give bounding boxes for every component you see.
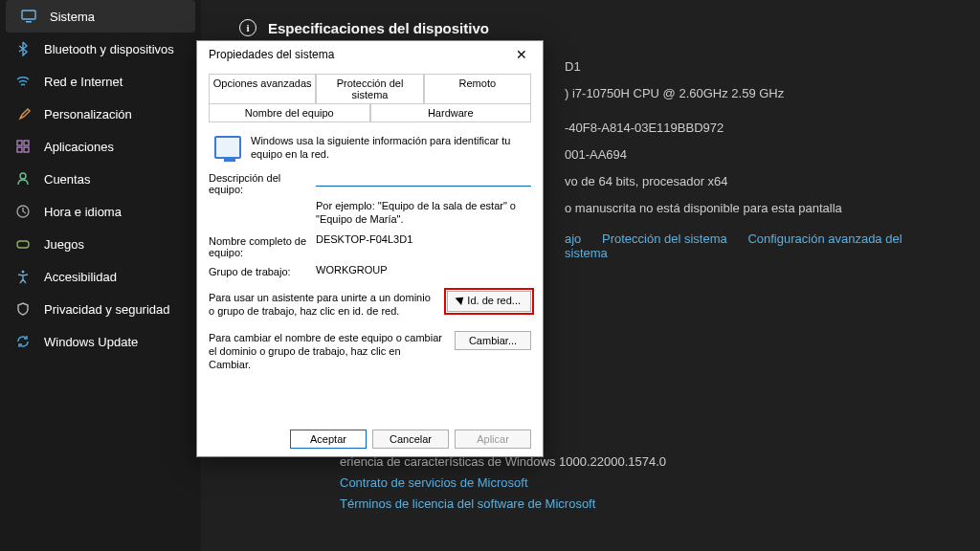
sidebar-label: Bluetooth y dispositivos xyxy=(44,42,174,56)
game-icon xyxy=(15,236,31,252)
change-text: Para cambiar el nombre de este equipo o … xyxy=(209,331,445,371)
intro-text: Windows usa la siguiente información par… xyxy=(251,134,531,161)
accessibility-icon xyxy=(15,269,31,284)
svg-rect-3 xyxy=(24,141,29,145)
wifi-icon xyxy=(15,74,31,89)
spec-product: 001-AA694 xyxy=(565,142,942,168)
link-contrato[interactable]: Contrato de servicios de Microsoft xyxy=(340,473,942,494)
svg-rect-4 xyxy=(17,147,22,152)
cancel-button[interactable]: Cancelar xyxy=(372,430,449,449)
link-ajo[interactable]: ajo xyxy=(565,231,581,246)
settings-sidebar: Sistema Bluetooth y dispositivos Red e I… xyxy=(0,0,201,551)
sidebar-item-update[interactable]: Windows Update xyxy=(0,325,201,358)
sidebar-label: Accesibilidad xyxy=(44,270,117,284)
apps-icon xyxy=(15,139,31,154)
dialog-titlebar: Propiedades del sistema ✕ xyxy=(197,41,543,68)
clock-icon xyxy=(15,204,31,219)
system-properties-dialog: Propiedades del sistema ✕ Opciones avanz… xyxy=(196,40,544,457)
spec-uuid: -40F8-A814-03E119BBD972 xyxy=(565,115,942,142)
wizard-text: Para usar un asistente para unirte a un … xyxy=(209,291,437,318)
apply-button[interactable]: Aplicar xyxy=(455,430,531,449)
computer-icon xyxy=(214,136,241,159)
svg-rect-2 xyxy=(17,141,22,145)
workgroup-value: WORKGROUP xyxy=(316,264,531,276)
section-title: Especificaciones del dispositivo xyxy=(268,20,489,36)
tab-proteccion[interactable]: Protección del sistema xyxy=(316,74,423,104)
sidebar-label: Windows Update xyxy=(44,335,138,349)
sidebar-item-bluetooth[interactable]: Bluetooth y dispositivos xyxy=(0,33,201,65)
dialog-title: Propiedades del sistema xyxy=(209,48,334,61)
sidebar-label: Aplicaciones xyxy=(44,140,114,154)
svg-rect-1 xyxy=(26,21,32,23)
spec-pen: o manuscrita no está disponible para est… xyxy=(565,195,942,222)
tab-remoto[interactable]: Remoto xyxy=(424,74,531,104)
brush-icon xyxy=(15,106,31,121)
update-icon xyxy=(15,334,31,349)
sidebar-item-privacidad[interactable]: Privacidad y seguridad xyxy=(0,293,201,325)
sidebar-item-sistema[interactable]: Sistema xyxy=(6,0,195,33)
change-button[interactable]: Cambiar... xyxy=(455,331,531,350)
sidebar-item-aplicaciones[interactable]: Aplicaciones xyxy=(0,130,201,163)
spec-arch: vo de 64 bits, procesador x64 xyxy=(565,168,942,195)
desc-label: Descripción del equipo: xyxy=(209,170,316,195)
workgroup-label: Grupo de trabajo: xyxy=(209,264,316,277)
tab-nombre-equipo[interactable]: Nombre del equipo xyxy=(209,103,370,122)
svg-rect-8 xyxy=(17,241,29,248)
svg-rect-0 xyxy=(22,11,35,19)
tab-hardware[interactable]: Hardware xyxy=(370,103,532,122)
sidebar-item-personalizacion[interactable]: Personalización xyxy=(0,98,201,130)
sidebar-item-juegos[interactable]: Juegos xyxy=(0,228,201,260)
sidebar-label: Hora e idioma xyxy=(44,205,122,219)
sidebar-item-red[interactable]: Red e Internet xyxy=(0,65,201,98)
svg-rect-5 xyxy=(24,147,29,152)
system-icon xyxy=(21,9,36,24)
example-text: Por ejemplo: "Equipo de la sala de estar… xyxy=(209,199,531,226)
close-icon[interactable]: ✕ xyxy=(512,47,531,62)
info-icon: i xyxy=(239,19,256,36)
fullname-value: DESKTOP-F04L3D1 xyxy=(316,233,531,245)
sidebar-label: Cuentas xyxy=(44,172,90,187)
spec-cpu: ) i7-10750H CPU @ 2.60GHz 2.59 GHz xyxy=(565,80,942,107)
sidebar-item-hora[interactable]: Hora e idioma xyxy=(0,195,201,228)
sidebar-label: Personalización xyxy=(44,107,132,121)
sidebar-label: Juegos xyxy=(44,237,84,252)
sidebar-label: Privacidad y seguridad xyxy=(44,302,170,317)
sidebar-item-cuentas[interactable]: Cuentas xyxy=(0,163,201,195)
link-terminos[interactable]: Términos de licencia del software de Mic… xyxy=(340,494,942,515)
cursor-icon xyxy=(457,295,467,308)
ms-links: eriencia de características de Windows 1… xyxy=(239,452,942,515)
tab-opciones-avanzadas[interactable]: Opciones avanzadas xyxy=(209,74,316,104)
svg-point-9 xyxy=(22,271,25,274)
bluetooth-icon xyxy=(15,41,31,56)
shield-icon xyxy=(15,301,31,317)
sidebar-label: Red e Internet xyxy=(44,75,122,89)
sidebar-label: Sistema xyxy=(50,10,95,24)
network-id-button[interactable]: Id. de red... xyxy=(447,291,531,312)
ok-button[interactable]: Aceptar xyxy=(290,430,367,449)
sidebar-item-accesibilidad[interactable]: Accesibilidad xyxy=(0,260,201,293)
spec-device: D1 xyxy=(565,54,942,80)
fullname-label: Nombre completo de equipo: xyxy=(209,233,316,258)
svg-point-6 xyxy=(20,173,26,179)
desc-input[interactable] xyxy=(316,170,531,187)
person-icon xyxy=(15,171,31,187)
link-proteccion[interactable]: Protección del sistema xyxy=(602,231,727,246)
